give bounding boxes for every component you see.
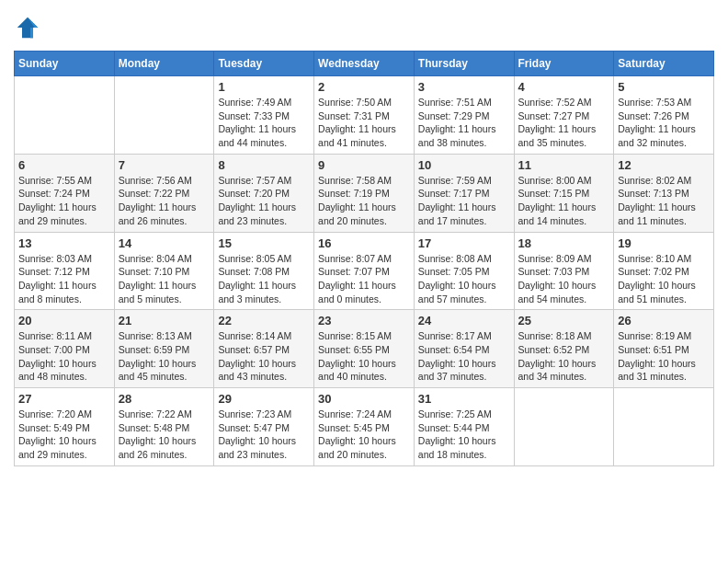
day-info: Sunrise: 8:11 AMSunset: 7:00 PMDaylight:… xyxy=(18,329,110,384)
day-info: Sunrise: 7:24 AMSunset: 5:45 PMDaylight:… xyxy=(318,408,410,462)
calendar-header: SundayMondayTuesdayWednesdayThursdayFrid… xyxy=(15,52,714,76)
day-number: 22 xyxy=(218,314,310,327)
day-number: 11 xyxy=(518,158,610,172)
day-info: Sunrise: 8:07 AMSunset: 7:07 PMDaylight:… xyxy=(318,252,410,306)
calendar-cell: 20Sunrise: 8:11 AMSunset: 7:00 PMDayligh… xyxy=(15,310,115,388)
logo-icon xyxy=(14,14,41,41)
calendar-cell: 26Sunrise: 8:19 AMSunset: 6:51 PMDayligh… xyxy=(614,310,714,388)
calendar-cell: 28Sunrise: 7:22 AMSunset: 5:48 PMDayligh… xyxy=(114,388,214,466)
calendar-cell: 6Sunrise: 7:55 AMSunset: 7:24 PMDaylight… xyxy=(15,154,115,232)
day-info: Sunrise: 8:04 AMSunset: 7:10 PMDaylight:… xyxy=(119,252,210,306)
calendar-cell xyxy=(514,388,614,466)
calendar-cell: 22Sunrise: 8:14 AMSunset: 6:57 PMDayligh… xyxy=(214,310,314,388)
calendar-cell xyxy=(614,388,714,466)
day-info: Sunrise: 7:23 AMSunset: 5:47 PMDaylight:… xyxy=(218,408,310,462)
day-info: Sunrise: 8:09 AMSunset: 7:03 PMDaylight:… xyxy=(518,252,610,306)
day-info: Sunrise: 7:50 AMSunset: 7:31 PMDaylight:… xyxy=(318,96,410,150)
day-info: Sunrise: 7:59 AMSunset: 7:17 PMDaylight:… xyxy=(418,174,510,228)
day-info: Sunrise: 7:52 AMSunset: 7:27 PMDaylight:… xyxy=(518,96,610,150)
day-number: 9 xyxy=(318,158,410,172)
day-number: 20 xyxy=(18,314,110,327)
calendar-cell: 2Sunrise: 7:50 AMSunset: 7:31 PMDaylight… xyxy=(314,76,415,155)
day-info: Sunrise: 7:57 AMSunset: 7:20 PMDaylight:… xyxy=(218,174,310,228)
day-number: 25 xyxy=(518,314,610,327)
weekday-header: Monday xyxy=(114,52,214,76)
calendar-cell: 21Sunrise: 8:13 AMSunset: 6:59 PMDayligh… xyxy=(114,310,214,388)
day-info: Sunrise: 8:18 AMSunset: 6:52 PMDaylight:… xyxy=(518,329,610,384)
calendar-cell: 12Sunrise: 8:02 AMSunset: 7:13 PMDayligh… xyxy=(614,154,714,232)
day-info: Sunrise: 7:55 AMSunset: 7:24 PMDaylight:… xyxy=(18,174,110,228)
calendar-cell: 11Sunrise: 8:00 AMSunset: 7:15 PMDayligh… xyxy=(514,154,614,232)
calendar-cell: 10Sunrise: 7:59 AMSunset: 7:17 PMDayligh… xyxy=(414,154,514,232)
calendar-cell: 18Sunrise: 8:09 AMSunset: 7:03 PMDayligh… xyxy=(514,232,614,310)
day-number: 12 xyxy=(618,158,710,172)
calendar-cell: 5Sunrise: 7:53 AMSunset: 7:26 PMDaylight… xyxy=(614,76,714,155)
day-number: 3 xyxy=(418,80,510,94)
day-number: 29 xyxy=(218,392,310,406)
weekday-header: Sunday xyxy=(15,52,115,76)
calendar-cell xyxy=(15,76,115,155)
day-number: 28 xyxy=(119,392,210,406)
day-number: 6 xyxy=(18,158,110,172)
day-info: Sunrise: 7:25 AMSunset: 5:44 PMDaylight:… xyxy=(418,408,510,462)
day-info: Sunrise: 7:49 AMSunset: 7:33 PMDaylight:… xyxy=(218,96,310,150)
day-info: Sunrise: 8:08 AMSunset: 7:05 PMDaylight:… xyxy=(418,252,510,306)
weekday-header: Friday xyxy=(514,52,614,76)
logo xyxy=(14,14,46,41)
calendar-cell: 23Sunrise: 8:15 AMSunset: 6:55 PMDayligh… xyxy=(314,310,415,388)
day-number: 30 xyxy=(318,392,410,406)
calendar-week-row: 20Sunrise: 8:11 AMSunset: 7:00 PMDayligh… xyxy=(15,310,714,388)
day-info: Sunrise: 7:53 AMSunset: 7:26 PMDaylight:… xyxy=(618,96,710,150)
calendar-week-row: 1Sunrise: 7:49 AMSunset: 7:33 PMDaylight… xyxy=(15,76,714,155)
page-header xyxy=(14,14,714,41)
day-number: 19 xyxy=(618,236,710,250)
calendar-cell: 8Sunrise: 7:57 AMSunset: 7:20 PMDaylight… xyxy=(214,154,314,232)
day-info: Sunrise: 8:02 AMSunset: 7:13 PMDaylight:… xyxy=(618,174,710,228)
day-info: Sunrise: 7:51 AMSunset: 7:29 PMDaylight:… xyxy=(418,96,510,150)
day-number: 5 xyxy=(618,80,710,94)
day-info: Sunrise: 8:13 AMSunset: 6:59 PMDaylight:… xyxy=(119,329,210,384)
day-number: 13 xyxy=(18,236,110,250)
weekday-header: Thursday xyxy=(414,52,514,76)
day-info: Sunrise: 8:03 AMSunset: 7:12 PMDaylight:… xyxy=(18,252,110,306)
calendar-cell: 13Sunrise: 8:03 AMSunset: 7:12 PMDayligh… xyxy=(15,232,115,310)
calendar-week-row: 13Sunrise: 8:03 AMSunset: 7:12 PMDayligh… xyxy=(15,232,714,310)
day-number: 14 xyxy=(119,236,210,250)
day-number: 17 xyxy=(418,236,510,250)
day-number: 31 xyxy=(418,392,510,406)
calendar-cell: 1Sunrise: 7:49 AMSunset: 7:33 PMDaylight… xyxy=(214,76,314,155)
calendar-week-row: 6Sunrise: 7:55 AMSunset: 7:24 PMDaylight… xyxy=(15,154,714,232)
day-number: 7 xyxy=(119,158,210,172)
calendar-cell: 19Sunrise: 8:10 AMSunset: 7:02 PMDayligh… xyxy=(614,232,714,310)
day-number: 18 xyxy=(518,236,610,250)
day-number: 27 xyxy=(18,392,110,406)
calendar-cell xyxy=(114,76,214,155)
day-info: Sunrise: 7:22 AMSunset: 5:48 PMDaylight:… xyxy=(119,408,210,462)
calendar-cell: 3Sunrise: 7:51 AMSunset: 7:29 PMDaylight… xyxy=(414,76,514,155)
weekday-header: Wednesday xyxy=(314,52,415,76)
day-info: Sunrise: 8:14 AMSunset: 6:57 PMDaylight:… xyxy=(218,329,310,384)
day-number: 23 xyxy=(318,314,410,327)
day-number: 1 xyxy=(218,80,310,94)
calendar-cell: 30Sunrise: 7:24 AMSunset: 5:45 PMDayligh… xyxy=(314,388,415,466)
calendar-cell: 27Sunrise: 7:20 AMSunset: 5:49 PMDayligh… xyxy=(15,388,115,466)
calendar-cell: 24Sunrise: 8:17 AMSunset: 6:54 PMDayligh… xyxy=(414,310,514,388)
calendar-cell: 4Sunrise: 7:52 AMSunset: 7:27 PMDaylight… xyxy=(514,76,614,155)
calendar: SundayMondayTuesdayWednesdayThursdayFrid… xyxy=(14,51,714,466)
day-number: 21 xyxy=(119,314,210,327)
day-info: Sunrise: 8:19 AMSunset: 6:51 PMDaylight:… xyxy=(618,329,710,384)
calendar-cell: 25Sunrise: 8:18 AMSunset: 6:52 PMDayligh… xyxy=(514,310,614,388)
day-info: Sunrise: 7:20 AMSunset: 5:49 PMDaylight:… xyxy=(18,408,110,462)
calendar-body: 1Sunrise: 7:49 AMSunset: 7:33 PMDaylight… xyxy=(15,76,714,466)
day-info: Sunrise: 7:56 AMSunset: 7:22 PMDaylight:… xyxy=(119,174,210,228)
calendar-cell: 15Sunrise: 8:05 AMSunset: 7:08 PMDayligh… xyxy=(214,232,314,310)
day-number: 26 xyxy=(618,314,710,327)
day-info: Sunrise: 8:17 AMSunset: 6:54 PMDaylight:… xyxy=(418,329,510,384)
weekday-row: SundayMondayTuesdayWednesdayThursdayFrid… xyxy=(15,52,714,76)
weekday-header: Tuesday xyxy=(214,52,314,76)
calendar-cell: 9Sunrise: 7:58 AMSunset: 7:19 PMDaylight… xyxy=(314,154,415,232)
day-info: Sunrise: 8:00 AMSunset: 7:15 PMDaylight:… xyxy=(518,174,610,228)
day-number: 15 xyxy=(218,236,310,250)
calendar-cell: 14Sunrise: 8:04 AMSunset: 7:10 PMDayligh… xyxy=(114,232,214,310)
day-number: 8 xyxy=(218,158,310,172)
